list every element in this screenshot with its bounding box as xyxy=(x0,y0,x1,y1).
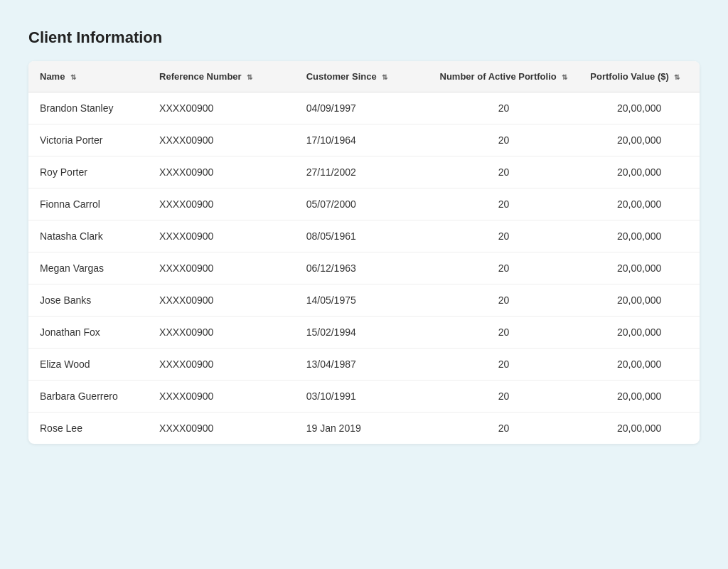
col-header-reference[interactable]: Reference Number ⇅ xyxy=(148,61,295,92)
cell-name: Megan Vargas xyxy=(28,252,148,284)
table-row: Jonathan FoxXXXX0090015/02/19942020,00,0… xyxy=(28,317,700,349)
table-row: Brandon StanleyXXXX0090004/09/19972020,0… xyxy=(28,92,700,124)
cell-since: 06/12/1963 xyxy=(295,252,429,284)
header-row: Name ⇅ Reference Number ⇅ Customer Since… xyxy=(28,61,700,92)
cell-value: 20,00,000 xyxy=(579,188,700,220)
sort-icon-portfolio: ⇅ xyxy=(562,73,567,81)
cell-value: 20,00,000 xyxy=(579,124,700,156)
cell-name: Jose Banks xyxy=(28,284,148,317)
col-header-value[interactable]: Portfolio Value ($) ⇅ xyxy=(579,61,700,92)
cell-portfolio: 20 xyxy=(429,156,579,188)
col-name-label: Name xyxy=(40,71,65,82)
cell-since: 04/09/1997 xyxy=(295,92,429,124)
cell-portfolio: 20 xyxy=(429,381,579,413)
cell-portfolio: 20 xyxy=(429,220,579,252)
cell-value: 20,00,000 xyxy=(579,220,700,252)
table-row: Megan VargasXXXX0090006/12/19632020,00,0… xyxy=(28,252,700,284)
cell-portfolio: 20 xyxy=(429,92,579,124)
table-row: Victoria PorterXXXX0090017/10/19642020,0… xyxy=(28,124,700,156)
sort-icon-name: ⇅ xyxy=(70,73,76,81)
cell-name: Barbara Guerrero xyxy=(28,381,148,413)
cell-since: 05/07/2000 xyxy=(295,188,429,220)
cell-portfolio: 20 xyxy=(429,413,579,445)
cell-ref: XXXX00900 xyxy=(148,284,295,317)
table-row: Fionna CarrolXXXX0090005/07/20002020,00,… xyxy=(28,188,700,220)
table-row: Barbara GuerreroXXXX0090003/10/19912020,… xyxy=(28,381,700,413)
col-value-label: Portfolio Value ($) xyxy=(590,71,669,82)
col-header-name[interactable]: Name ⇅ xyxy=(28,61,148,92)
cell-ref: XXXX00900 xyxy=(148,156,295,188)
cell-ref: XXXX00900 xyxy=(148,381,295,413)
table-row: Rose LeeXXXX0090019 Jan 20192020,00,000 xyxy=(28,413,700,445)
cell-portfolio: 20 xyxy=(429,124,579,156)
table-header: Name ⇅ Reference Number ⇅ Customer Since… xyxy=(28,61,700,92)
cell-value: 20,00,000 xyxy=(579,156,700,188)
cell-value: 20,00,000 xyxy=(579,284,700,317)
cell-name: Roy Porter xyxy=(28,156,148,188)
cell-value: 20,00,000 xyxy=(579,349,700,381)
cell-value: 20,00,000 xyxy=(579,317,700,349)
client-table: Name ⇅ Reference Number ⇅ Customer Since… xyxy=(28,61,700,444)
cell-ref: XXXX00900 xyxy=(148,188,295,220)
table-row: Eliza WoodXXXX0090013/04/19872020,00,000 xyxy=(28,349,700,381)
cell-name: Jonathan Fox xyxy=(28,317,148,349)
sort-icon-since: ⇅ xyxy=(382,73,387,81)
page-title: Client Information xyxy=(28,28,700,47)
cell-value: 20,00,000 xyxy=(579,413,700,445)
cell-since: 08/05/1961 xyxy=(295,220,429,252)
cell-ref: XXXX00900 xyxy=(148,92,295,124)
col-header-portfolio[interactable]: Number of Active Portfolio ⇅ xyxy=(429,61,579,92)
cell-ref: XXXX00900 xyxy=(148,413,295,445)
col-ref-label: Reference Number xyxy=(159,71,242,82)
cell-since: 03/10/1991 xyxy=(295,381,429,413)
cell-name: Eliza Wood xyxy=(28,349,148,381)
cell-since: 19 Jan 2019 xyxy=(295,413,429,445)
cell-since: 27/11/2002 xyxy=(295,156,429,188)
cell-portfolio: 20 xyxy=(429,252,579,284)
cell-name: Victoria Porter xyxy=(28,124,148,156)
col-header-since[interactable]: Customer Since ⇅ xyxy=(295,61,429,92)
table-row: Natasha ClarkXXXX0090008/05/19612020,00,… xyxy=(28,220,700,252)
cell-ref: XXXX00900 xyxy=(148,317,295,349)
cell-ref: XXXX00900 xyxy=(148,220,295,252)
cell-name: Brandon Stanley xyxy=(28,92,148,124)
page-container: Client Information Name ⇅ Reference Numb… xyxy=(14,14,714,569)
cell-name: Fionna Carrol xyxy=(28,188,148,220)
cell-portfolio: 20 xyxy=(429,284,579,317)
cell-ref: XXXX00900 xyxy=(148,349,295,381)
cell-portfolio: 20 xyxy=(429,349,579,381)
cell-since: 17/10/1964 xyxy=(295,124,429,156)
cell-portfolio: 20 xyxy=(429,317,579,349)
sort-icon-value: ⇅ xyxy=(674,73,680,81)
cell-since: 14/05/1975 xyxy=(295,284,429,317)
table-row: Jose BanksXXXX0090014/05/19752020,00,000 xyxy=(28,284,700,317)
col-portfolio-label: Number of Active Portfolio xyxy=(440,71,557,82)
col-since-label: Customer Since xyxy=(306,71,377,82)
cell-value: 20,00,000 xyxy=(579,381,700,413)
cell-ref: XXXX00900 xyxy=(148,124,295,156)
cell-since: 15/02/1994 xyxy=(295,317,429,349)
sort-icon-ref: ⇅ xyxy=(247,73,252,81)
cell-value: 20,00,000 xyxy=(579,92,700,124)
cell-ref: XXXX00900 xyxy=(148,252,295,284)
cell-name: Natasha Clark xyxy=(28,220,148,252)
cell-name: Rose Lee xyxy=(28,413,148,445)
client-table-wrapper: Name ⇅ Reference Number ⇅ Customer Since… xyxy=(28,61,700,444)
cell-value: 20,00,000 xyxy=(579,252,700,284)
cell-since: 13/04/1987 xyxy=(295,349,429,381)
table-row: Roy PorterXXXX0090027/11/20022020,00,000 xyxy=(28,156,700,188)
table-body: Brandon StanleyXXXX0090004/09/19972020,0… xyxy=(28,92,700,445)
cell-portfolio: 20 xyxy=(429,188,579,220)
